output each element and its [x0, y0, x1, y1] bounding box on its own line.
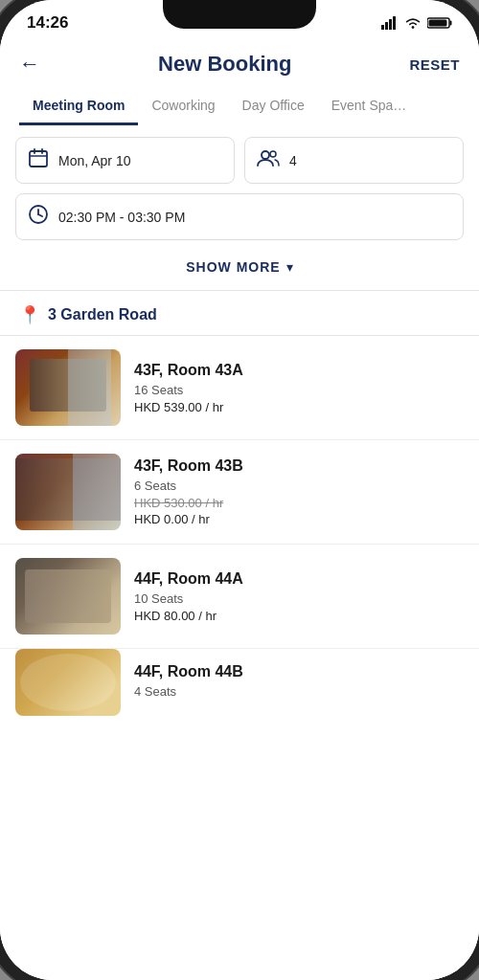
tab-coworking[interactable]: Coworking: [138, 90, 228, 125]
room-item[interactable]: 44F, Room 44B 4 Seats: [0, 649, 479, 716]
room-item[interactable]: 43F, Room 43A 16 Seats HKD 539.00 / hr: [0, 336, 479, 440]
room-price-free: HKD 0.00 / hr: [134, 512, 464, 526]
rooms-list: 43F, Room 43A 16 Seats HKD 539.00 / hr 4…: [0, 336, 479, 980]
room-price: HKD 539.00 / hr: [134, 400, 464, 414]
room-seats: 4 Seats: [134, 684, 464, 699]
notch: [163, 0, 316, 29]
wifi-icon: [404, 16, 422, 30]
room-name: 44F, Room 44A: [134, 570, 464, 588]
show-more-button[interactable]: SHOW MORE ▾: [15, 250, 464, 278]
svg-rect-8: [30, 151, 47, 167]
tab-day-office[interactable]: Day Office: [229, 90, 318, 125]
date-filter-value: Mon, Apr 10: [58, 153, 131, 168]
room-image-44b: [15, 649, 121, 716]
svg-rect-7: [429, 20, 447, 27]
svg-rect-1: [385, 22, 388, 30]
calendar-icon: [28, 147, 49, 173]
tab-meeting-room[interactable]: Meeting Room: [19, 90, 138, 125]
nav-header: ← New Booking RESET: [19, 52, 460, 77]
room-seats: 6 Seats: [134, 479, 464, 493]
phone-frame: 14:26: [0, 0, 479, 980]
filter-row-2: 02:30 PM - 03:30 PM: [15, 193, 464, 240]
guests-filter[interactable]: 4: [244, 137, 464, 184]
back-button[interactable]: ←: [19, 52, 40, 77]
guests-filter-value: 4: [289, 153, 297, 168]
room-image-43a: [15, 349, 121, 426]
app-content: ← New Booking RESET Meeting Room Coworki…: [0, 40, 479, 980]
room-info-43b: 43F, Room 43B 6 Seats HKD 530.00 / hr HK…: [134, 457, 464, 526]
filters-section: Mon, Apr 10 4: [0, 125, 479, 290]
room-item[interactable]: 43F, Room 43B 6 Seats HKD 530.00 / hr HK…: [0, 440, 479, 545]
tabs-bar: Meeting Room Coworking Day Office Event …: [19, 90, 460, 125]
room-name: 44F, Room 44B: [134, 663, 464, 680]
filter-row-1: Mon, Apr 10 4: [15, 137, 464, 184]
room-seats: 10 Seats: [134, 591, 464, 606]
location-header: 📍 3 Garden Road: [0, 291, 479, 335]
room-info-43a: 43F, Room 43A 16 Seats HKD 539.00 / hr: [134, 362, 464, 414]
room-info-44a: 44F, Room 44A 10 Seats HKD 80.00 / hr: [134, 570, 464, 623]
signal-icon: [381, 16, 399, 30]
room-name: 43F, Room 43B: [134, 457, 464, 475]
top-nav: ← New Booking RESET Meeting Room Coworki…: [0, 40, 479, 125]
svg-point-12: [262, 151, 269, 159]
show-more-label: SHOW MORE: [186, 259, 280, 275]
room-image-43b: [15, 454, 121, 530]
room-name: 43F, Room 43A: [134, 362, 464, 379]
battery-icon: [427, 16, 452, 30]
svg-line-16: [38, 214, 42, 216]
room-price: HKD 80.00 / hr: [134, 609, 464, 623]
chevron-down-icon: ▾: [286, 259, 293, 275]
svg-point-13: [270, 151, 276, 157]
clock-icon: [28, 204, 49, 230]
time-filter[interactable]: 02:30 PM - 03:30 PM: [15, 193, 464, 240]
location-name: 3 Garden Road: [48, 306, 157, 323]
room-image-44a: [15, 558, 121, 635]
tab-event-space[interactable]: Event Spa…: [318, 90, 421, 125]
room-seats: 16 Seats: [134, 383, 464, 397]
pin-icon: 📍: [19, 304, 40, 325]
svg-point-4: [412, 26, 415, 29]
room-item[interactable]: 44F, Room 44A 10 Seats HKD 80.00 / hr: [0, 545, 479, 649]
room-info-44b: 44F, Room 44B 4 Seats: [134, 663, 464, 702]
guests-icon: [257, 149, 280, 171]
date-filter[interactable]: Mon, Apr 10: [15, 137, 235, 184]
svg-rect-2: [389, 19, 392, 30]
svg-rect-0: [381, 25, 384, 30]
reset-button[interactable]: RESET: [409, 56, 460, 73]
svg-rect-3: [393, 16, 396, 30]
page-title: New Booking: [40, 52, 409, 77]
time-filter-value: 02:30 PM - 03:30 PM: [58, 210, 185, 225]
svg-rect-6: [450, 21, 452, 26]
status-time: 14:26: [27, 13, 68, 33]
room-price-original: HKD 530.00 / hr: [134, 496, 464, 510]
status-icons: [381, 16, 452, 30]
